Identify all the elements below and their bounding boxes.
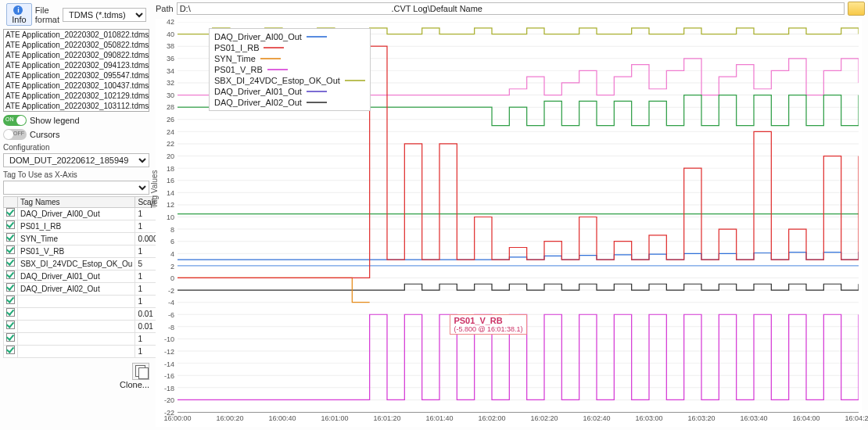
cursors-label: Cursors: [30, 130, 60, 139]
x-tick: 16:03:00: [635, 414, 662, 422]
row-checkbox[interactable]: [6, 333, 15, 342]
y-tick: -10: [164, 335, 174, 343]
file-list-item[interactable]: ATE Application_20220302_050822.tdms (24…: [4, 40, 149, 50]
x-tick: 16:02:40: [583, 414, 610, 422]
row-checkbox[interactable]: [6, 283, 15, 292]
xaxis-tag-select[interactable]: [3, 181, 149, 195]
show-legend-toggle[interactable]: ON: [3, 115, 27, 126]
file-list-item[interactable]: ATE Application_20220302_094123.tdms (12…: [4, 60, 149, 70]
file-list-item[interactable]: ATE Application_20220302_103727.tdms (4.…: [4, 111, 149, 112]
y-tick: -4: [168, 299, 174, 306]
y-tick: 14: [167, 189, 174, 197]
plot-area[interactable]: Tag Values -22-20-18-16-14-12-10-8-6-4-2…: [156, 19, 862, 427]
y-tick: 18: [167, 165, 174, 173]
x-tick: 16:00:00: [163, 414, 191, 422]
y-tick: 24: [167, 128, 174, 136]
y-tick: 16: [167, 177, 174, 185]
y-tick: 32: [167, 79, 174, 87]
y-tick: -2: [168, 287, 174, 295]
row-checkbox[interactable]: [6, 296, 15, 304]
row-checkbox[interactable]: [6, 220, 15, 229]
x-tick: 16:01:20: [373, 414, 400, 422]
path-input[interactable]: [177, 2, 845, 15]
row-checkbox[interactable]: [6, 258, 15, 267]
file-list[interactable]: ATE Application_20220302_010822.tdms (25…: [3, 29, 149, 112]
file-list-item[interactable]: ATE Application_20220302_010822.tdms (25…: [4, 30, 149, 40]
legend-item: DAQ_Driver_AI01_Out: [214, 86, 365, 97]
row-checkbox[interactable]: [6, 346, 15, 354]
y-tick: 0: [170, 274, 174, 282]
y-tick: -20: [164, 396, 174, 404]
x-tick: 16:02:20: [530, 414, 558, 422]
config-select[interactable]: DOM_DUT_20220612_185949: [3, 153, 149, 167]
xaxis-tag-label: Tag To Use as X-Axis: [3, 170, 149, 179]
y-tick: -12: [164, 348, 174, 356]
y-tick: 26: [167, 116, 174, 124]
y-tick: -8: [168, 324, 174, 331]
legend: DAQ_Driver_AI00_OutPS01_I_RBSYN_TimePS01…: [209, 28, 371, 111]
legend-item: DAQ_Driver_AI00_Out: [214, 31, 365, 42]
y-tick: 8: [170, 226, 174, 234]
y-tick: 12: [167, 201, 174, 209]
y-tick: 10: [167, 213, 174, 221]
y-tick: -18: [164, 385, 174, 392]
fileformat-label: File format: [35, 5, 59, 24]
browse-folder-button[interactable]: [848, 2, 865, 16]
y-tick: -6: [168, 311, 174, 319]
legend-item: SYN_Time: [214, 53, 365, 64]
legend-item: SBX_DI_24VDC_Estop_OK_Out: [214, 75, 365, 86]
file-list-item[interactable]: ATE Application_20220302_095547.tdms (7.…: [4, 70, 149, 81]
row-checkbox[interactable]: [6, 308, 15, 317]
row-checkbox[interactable]: [6, 245, 15, 254]
cursor-tooltip: PS01_V_RB(-5.800 @ 16:01:38.1): [450, 314, 526, 335]
file-list-item[interactable]: ATE Application_20220302_103112.tdms (0.…: [4, 101, 149, 111]
x-tick: 16:01:40: [425, 414, 453, 422]
x-tick: 16:00:20: [216, 414, 243, 422]
y-tick: 42: [167, 18, 174, 26]
y-tick: 40: [167, 30, 174, 38]
x-tick: 16:03:40: [740, 414, 767, 422]
y-tick: 4: [170, 250, 174, 258]
legend-item: PS01_I_RB: [214, 42, 365, 53]
x-tick: 16:01:00: [321, 414, 348, 422]
legend-item: PS01_V_RB: [214, 64, 365, 75]
x-tick: 16:00:40: [268, 414, 296, 422]
fileformat-select[interactable]: TDMS (*.tdms): [63, 8, 146, 22]
row-checkbox[interactable]: [6, 321, 15, 329]
legend-item: DAQ_Driver_AI02_Out: [214, 97, 365, 108]
y-tick: -14: [164, 360, 174, 368]
x-tick: 16:04:00: [792, 414, 820, 422]
path-label: Path: [156, 4, 174, 13]
file-list-item[interactable]: ATE Application_20220302_100437.tdms (16…: [4, 81, 149, 91]
x-tick: 16:03:20: [687, 414, 715, 422]
y-tick: 38: [167, 42, 174, 50]
y-tick: 30: [167, 91, 174, 99]
row-checkbox[interactable]: [6, 208, 15, 217]
y-tick: 6: [170, 238, 174, 245]
y-tick: 34: [167, 67, 174, 75]
clone-button[interactable]: [132, 363, 149, 380]
info-button[interactable]: iInfo: [6, 3, 32, 26]
file-list-item[interactable]: ATE Application_20220302_090822.tdms (33…: [4, 50, 149, 60]
clone-label: Clone...: [120, 380, 149, 389]
x-tick: 16:02:00: [478, 414, 505, 422]
y-tick: 36: [167, 55, 174, 63]
y-tick: 28: [167, 103, 174, 111]
config-label: Configuration: [3, 143, 149, 152]
row-checkbox[interactable]: [6, 233, 15, 242]
info-label: Info: [12, 15, 26, 24]
y-tick: 22: [167, 140, 174, 148]
x-tick: 16:04:20: [845, 414, 868, 422]
cursors-toggle[interactable]: OFF: [3, 129, 27, 140]
info-icon: i: [13, 5, 23, 15]
row-checkbox[interactable]: [6, 271, 15, 279]
file-list-item[interactable]: ATE Application_20220302_102129.tdms (9.…: [4, 91, 149, 101]
y-tick: -16: [164, 372, 174, 380]
show-legend-label: Show legend: [30, 116, 80, 125]
y-tick: 20: [167, 152, 174, 160]
y-tick: 2: [170, 263, 174, 271]
